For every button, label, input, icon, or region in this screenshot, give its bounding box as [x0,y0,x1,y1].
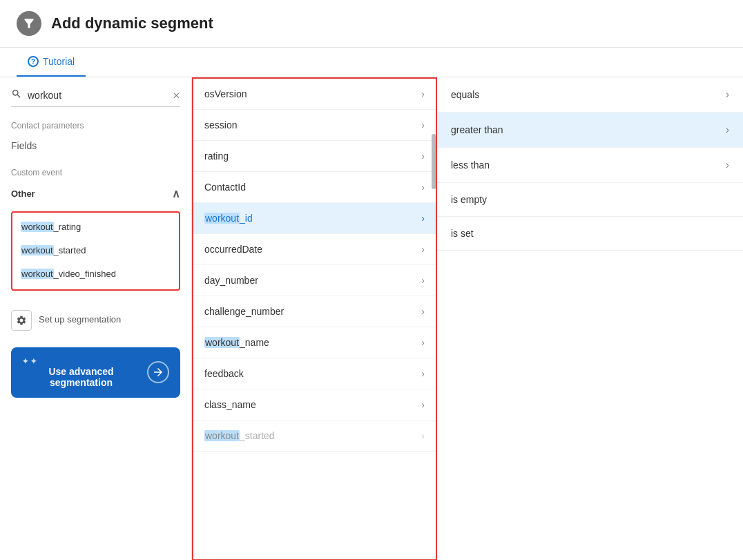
btn-text-area: ✦ ✦ Use advanced segmentation [22,357,140,388]
app-header: Add dynamic segment [0,0,743,48]
middle-item-day-number[interactable]: day_number › [193,265,436,296]
custom-event-label: Custom event [11,168,180,177]
header-icon [17,11,41,36]
tab-tutorial[interactable]: ? Tutorial [17,48,86,77]
chevron-right-icon: › [421,337,425,348]
middle-item-challenge-number[interactable]: challenge_number › [193,296,436,327]
scrollbar[interactable] [432,79,436,559]
middle-item-workout-name[interactable]: workout_name › [193,327,436,358]
contact-params-label: Contact parameters [11,121,180,131]
right-item-is-set[interactable]: is set [437,217,743,251]
advanced-btn-icon [147,361,169,383]
list-item[interactable]: workout_video_finished [12,262,179,286]
chevron-right-icon: › [421,430,425,441]
tab-bar: ? Tutorial [0,48,743,77]
search-box: ✕ [11,88,180,107]
middle-item-osVersion[interactable]: osVersion › [193,79,436,110]
right-item-is-empty[interactable]: is empty [437,183,743,217]
gear-icon [11,310,32,331]
chevron-right-icon: › [421,119,425,131]
chevron-right-icon: › [421,275,425,286]
right-panel: equals › greater than › less than › is e… [437,77,743,560]
chevron-right-icon: › [726,159,729,171]
middle-item-session[interactable]: session › [193,110,436,141]
chevron-right-icon: › [726,88,729,101]
other-section-header: Other ∧ [11,187,180,200]
chevron-right-icon: › [421,368,425,379]
middle-item-class-name[interactable]: class_name › [193,389,436,421]
right-item-equals[interactable]: equals › [437,77,743,113]
setup-segmentation[interactable]: Set up segmentation [11,310,180,331]
middle-item-workout-started[interactable]: workout_started › [193,421,436,452]
page-title: Add dynamic segment [51,15,213,32]
chevron-right-icon: › [421,151,425,162]
list-item[interactable]: workout_rating [12,215,179,239]
chevron-right-icon: › [421,306,425,317]
left-panel: ✕ Contact parameters Fields Custom event… [0,77,192,560]
list-item[interactable]: workout_started [12,239,179,262]
search-input[interactable] [28,90,167,101]
middle-item-contactid[interactable]: ContactId › [193,172,436,203]
chevron-right-icon: › [421,244,425,255]
chevron-right-icon: › [421,182,425,193]
chevron-right-icon: › [421,399,425,410]
middle-item-workout-id[interactable]: workout_id › [193,203,436,234]
collapse-icon[interactable]: ∧ [172,187,180,200]
fields-label: Fields [11,140,180,151]
tutorial-icon: ? [28,56,39,67]
chevron-right-icon: › [421,213,425,224]
clear-search-icon[interactable]: ✕ [173,90,180,101]
main-content: ✕ Contact parameters Fields Custom event… [0,77,743,560]
chevron-right-icon: › [421,88,425,99]
middle-item-feedback[interactable]: feedback › [193,358,436,389]
right-item-less-than[interactable]: less than › [437,148,743,183]
middle-panel: osVersion › session › rating › ContactId… [192,77,437,560]
chevron-right-icon: › [726,124,729,136]
scrollbar-thumb[interactable] [432,134,436,189]
other-items-list: workout_rating workout_started workout_v… [11,211,180,291]
setup-segmentation-label: Set up segmentation [39,314,121,326]
right-item-greater-than[interactable]: greater than › [437,113,743,148]
middle-item-occurreddate[interactable]: occurredDate › [193,234,436,265]
advanced-segmentation-button[interactable]: ✦ ✦ Use advanced segmentation [11,347,180,398]
search-icon [11,88,22,102]
other-label: Other [11,189,35,199]
middle-item-rating[interactable]: rating › [193,141,436,172]
